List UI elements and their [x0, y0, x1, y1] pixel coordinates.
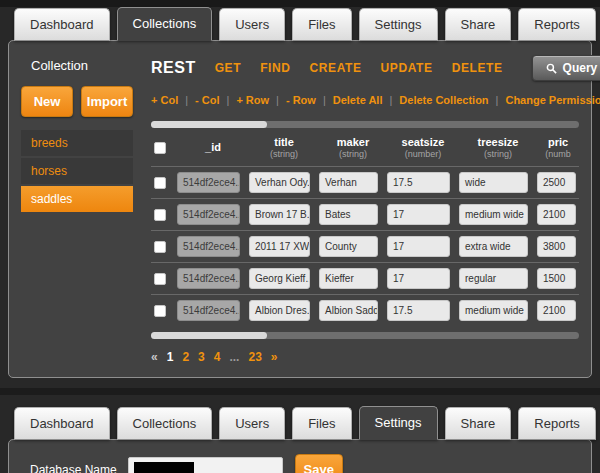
- table-row: 514df2ece4... Brown 17 B... Bates 17 med…: [151, 198, 579, 230]
- cell-title[interactable]: Verhan Ody...: [249, 172, 310, 193]
- cell-treesize[interactable]: extra wide: [459, 236, 528, 257]
- sidebar-item-saddles[interactable]: saddles: [21, 186, 133, 212]
- top-tab-dashboard[interactable]: Dashboard: [14, 8, 110, 41]
- cell-price[interactable]: 1500: [537, 268, 576, 289]
- cell-id[interactable]: 514df2ece4...: [177, 236, 240, 257]
- cell-id[interactable]: 514df2ece4...: [177, 268, 240, 289]
- rest-get-link[interactable]: GET: [215, 61, 241, 75]
- bottom-tab-dashboard[interactable]: Dashboard: [14, 407, 110, 440]
- cell-id[interactable]: 514df2ece4...: [177, 172, 240, 193]
- cell-id[interactable]: 514df2ece4...: [177, 204, 240, 225]
- change-permissions-link[interactable]: Change Permissions: [505, 94, 600, 106]
- top-tab-files[interactable]: Files: [292, 8, 351, 41]
- cell-seatsize[interactable]: 17.5: [387, 172, 450, 193]
- cell-treesize[interactable]: wide: [459, 172, 528, 193]
- pagination-page-4[interactable]: 4: [214, 350, 221, 364]
- cell-id[interactable]: 514df2ece4...: [177, 300, 240, 321]
- top-strip: [0, 0, 600, 7]
- top-tab-users[interactable]: Users: [219, 8, 285, 41]
- top-tabbar: Dashboard Collections Users Files Settin…: [0, 7, 600, 40]
- rest-update-link[interactable]: UPDATE: [381, 61, 433, 75]
- cell-seatsize[interactable]: 17.5: [387, 300, 450, 321]
- section-divider: [0, 388, 600, 395]
- pagination-prev[interactable]: «: [151, 350, 158, 364]
- top-tab-reports[interactable]: Reports: [518, 8, 596, 41]
- cell-treesize[interactable]: medium wide: [459, 204, 528, 225]
- row-checkbox[interactable]: [154, 241, 166, 253]
- sidebar-item-breeds[interactable]: breeds: [21, 130, 133, 156]
- bottom-tab-reports[interactable]: Reports: [518, 407, 596, 440]
- cell-maker[interactable]: Albion Saddle: [319, 300, 378, 321]
- database-name-input[interactable]: [128, 457, 283, 473]
- column-header-price: pric (numb: [537, 136, 579, 159]
- rest-create-link[interactable]: CREATE: [310, 61, 362, 75]
- rest-title: REST: [151, 59, 196, 77]
- select-all-checkbox[interactable]: [154, 142, 166, 154]
- cell-maker[interactable]: Kieffer: [319, 268, 378, 289]
- delete-all-link[interactable]: Delete All: [333, 94, 400, 106]
- cell-maker[interactable]: County: [319, 236, 378, 257]
- query-button-label: Query: [563, 61, 598, 75]
- cell-price[interactable]: 2500: [537, 172, 576, 193]
- cell-seatsize[interactable]: 17: [387, 204, 450, 225]
- column-header-title: title (string): [249, 136, 319, 159]
- pagination-ellipsis: ...: [229, 350, 239, 364]
- pagination-page-23[interactable]: 23: [248, 350, 261, 364]
- bottom-tab-collections[interactable]: Collections: [117, 407, 213, 440]
- sidebar-title: Collection: [31, 58, 133, 73]
- bottom-tab-settings[interactable]: Settings: [359, 406, 438, 440]
- top-tab-share[interactable]: Share: [445, 8, 512, 41]
- add-column-link[interactable]: + Col: [151, 94, 195, 106]
- hscrollbar-bottom-thumb[interactable]: [151, 332, 267, 339]
- cell-treesize[interactable]: regular: [459, 268, 528, 289]
- cell-price[interactable]: 3800: [537, 236, 576, 257]
- cell-treesize[interactable]: medium wide: [459, 300, 528, 321]
- rest-find-link[interactable]: FIND: [260, 61, 290, 75]
- save-button[interactable]: Save: [295, 454, 343, 473]
- collections-panel: Collection New Import breeds horses sadd…: [8, 40, 592, 378]
- row-checkbox[interactable]: [154, 273, 166, 285]
- table-hscrollbar-bottom[interactable]: [151, 332, 579, 339]
- delete-collection-link[interactable]: Delete Collection: [399, 94, 505, 106]
- cell-title[interactable]: Brown 17 B...: [249, 204, 310, 225]
- pagination-page-3[interactable]: 3: [198, 350, 205, 364]
- cell-maker[interactable]: Bates: [319, 204, 378, 225]
- rest-delete-link[interactable]: DELETE: [452, 61, 503, 75]
- add-row-link[interactable]: + Row: [236, 94, 286, 106]
- cell-price[interactable]: 2100: [537, 204, 576, 225]
- row-checkbox[interactable]: [154, 177, 166, 189]
- top-tab-settings[interactable]: Settings: [359, 8, 438, 41]
- query-button[interactable]: Query: [532, 55, 600, 81]
- row-checkbox[interactable]: [154, 305, 166, 317]
- data-table: _id title (string) maker (string) seatsi…: [151, 121, 579, 364]
- remove-column-link[interactable]: - Col: [195, 94, 236, 106]
- hscrollbar-top-thumb[interactable]: [151, 121, 267, 128]
- collection-sidebar: Collection New Import breeds horses sadd…: [21, 53, 133, 364]
- cell-title[interactable]: Albion Dres...: [249, 300, 310, 321]
- row-checkbox[interactable]: [154, 209, 166, 221]
- remove-row-link[interactable]: - Row: [286, 94, 333, 106]
- bottom-tab-files[interactable]: Files: [292, 407, 351, 440]
- cell-seatsize[interactable]: 17: [387, 268, 450, 289]
- column-header-maker: maker (string): [319, 136, 387, 159]
- import-collection-button[interactable]: Import: [81, 86, 133, 117]
- new-collection-button[interactable]: New: [21, 86, 73, 117]
- cell-seatsize[interactable]: 17: [387, 236, 450, 257]
- top-tab-collections[interactable]: Collections: [117, 7, 213, 41]
- sidebar-item-horses[interactable]: horses: [21, 158, 133, 184]
- cell-price[interactable]: 2100: [537, 300, 576, 321]
- bottom-tab-users[interactable]: Users: [219, 407, 285, 440]
- search-icon: [546, 63, 557, 74]
- pagination-next[interactable]: »: [271, 350, 278, 364]
- grid-actions-row: + Col- Col+ Row- RowDelete AllDelete Col…: [151, 94, 579, 106]
- cell-maker[interactable]: Verhan: [319, 172, 378, 193]
- bottom-tab-share[interactable]: Share: [445, 407, 512, 440]
- pagination-page-2[interactable]: 2: [182, 350, 189, 364]
- table-header-row: _id title (string) maker (string) seatsi…: [151, 128, 579, 166]
- table-row: 514df2ece4... Albion Dres... Albion Sadd…: [151, 294, 579, 326]
- pagination-page-1[interactable]: 1: [167, 350, 174, 364]
- column-header-id: _id: [177, 141, 249, 154]
- cell-title[interactable]: 2011 17 XW...: [249, 236, 310, 257]
- cell-title[interactable]: Georg Kieff...: [249, 268, 310, 289]
- table-hscrollbar-top[interactable]: [151, 121, 579, 128]
